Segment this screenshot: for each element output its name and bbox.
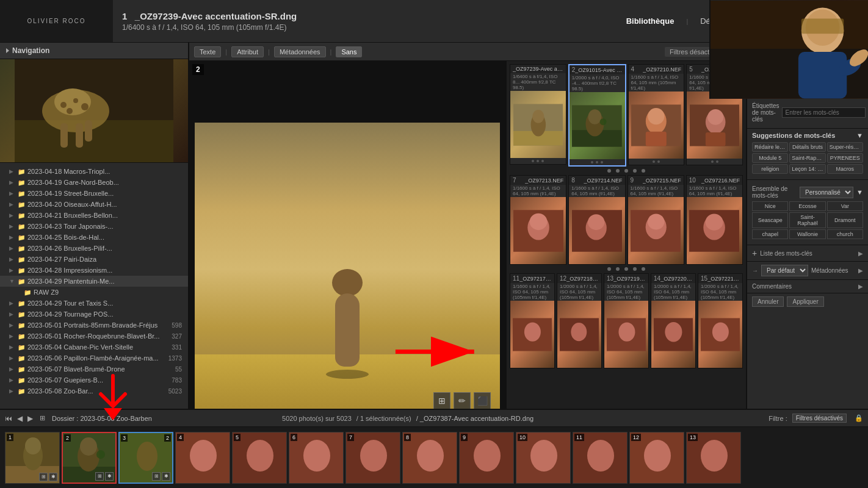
- nav-bibliotheque[interactable]: Bibliothèque: [623, 15, 678, 27]
- grid-cell[interactable]: 7 _OZ97213.NEF 1/1600 s à f / 1,4, ISO 6…: [510, 175, 566, 265]
- folder-item-15[interactable]: ▶📁2023-05-01 Rocher-Roquebrune-Blavet-Br…: [0, 331, 188, 342]
- folder-item-19[interactable]: ▶📁2023-05-07 Guepiers-B...783: [0, 375, 188, 386]
- fs-item-3[interactable]: 3 2 ⊞ ✱: [118, 432, 173, 484]
- folder-item-2[interactable]: ▶📁2023-04-19 Street-Bruxelle...: [0, 188, 188, 199]
- cancel-apply-btn[interactable]: Annuler: [752, 296, 784, 307]
- kw-tag-2[interactable]: Var: [827, 201, 863, 211]
- sug-btn-6[interactable]: religion: [752, 164, 788, 174]
- sug-btn-1[interactable]: Détails bruts: [789, 142, 825, 152]
- preview-icon-export[interactable]: ⬛: [474, 392, 491, 409]
- grid-cell[interactable]: 13 _OZ97219.NEF 1/2000 s à f / 1,4, ISO …: [604, 273, 649, 368]
- grid-icon-btn[interactable]: ⊞: [38, 414, 47, 422]
- folder-item-9[interactable]: ▶📁2023-04-28 Impressionism...: [0, 265, 188, 276]
- svg-point-77: [303, 440, 330, 472]
- fs-item-10[interactable]: 10: [516, 432, 571, 484]
- folder-item-18[interactable]: ▶📁2023-05-07 Blavet-Brumé-Drone55: [0, 364, 188, 375]
- svg-point-58: [665, 321, 682, 341]
- svg-point-14: [81, 103, 89, 110]
- folder-item-12[interactable]: ▶📁2023-04-29 Tour et Taxis S...: [0, 298, 188, 309]
- nav-collapse-icon[interactable]: [6, 48, 9, 53]
- folder-icon: 📁: [18, 388, 25, 395]
- grid-cell[interactable]: 8 _OZ97214.NEF 1/1600 s à f / 1,4, ISO 6…: [568, 175, 625, 265]
- grid-cell[interactable]: 15 _OZ97221.NEF 1/2000 s à f / 1,4, ISO …: [698, 273, 743, 368]
- fs-item-13[interactable]: 13: [686, 432, 741, 484]
- folder-item-20[interactable]: ▶📁2023-05-08 Zoo-Bar...5023: [0, 386, 188, 396]
- kw-tag-1[interactable]: Ecosse: [789, 201, 825, 211]
- grid-cell[interactable]: 4 _OZ97210.NEF 1/1600 s à f / 1,4, ISO 6…: [628, 64, 685, 165]
- fs-icons-2: ⊞ ✱: [95, 472, 114, 481]
- folder-item-7[interactable]: ▶📁2023-04-26 Bruxelles-Pilif-...: [0, 243, 188, 254]
- text-filter-btn[interactable]: Texte: [194, 46, 221, 57]
- kw-tag-4[interactable]: Saint-Raphaël: [789, 212, 825, 228]
- row-separator-dots2: [510, 267, 743, 271]
- apply-btn[interactable]: Appliquer: [787, 296, 823, 307]
- kw-tag-8[interactable]: church: [827, 229, 863, 239]
- grid-cell[interactable]: 9 _OZ97215.NEF 1/1600 s à f / 1,4, ISO 6…: [627, 175, 684, 265]
- cell-image-14: [651, 301, 695, 368]
- kw-tag-3[interactable]: Seascape: [752, 212, 788, 228]
- svg-point-56: [618, 322, 635, 341]
- fs-item-5[interactable]: 5: [232, 432, 287, 484]
- fs-item-6[interactable]: 6: [289, 432, 344, 484]
- kw-tag-6[interactable]: chapel: [752, 229, 788, 239]
- grid-cell[interactable]: _OZ97239-Avec accentuation-SR.dng 1/6400…: [510, 64, 566, 165]
- attr-filter-btn[interactable]: Attribut: [231, 46, 264, 57]
- fs-prev-page[interactable]: ⏮: [5, 414, 12, 423]
- sug-btn-3[interactable]: Module 5: [752, 153, 788, 163]
- folder-item-5[interactable]: ▶📁2023-04-23 Tour Japonais-...: [0, 221, 188, 232]
- fs-item-12[interactable]: 12: [629, 432, 684, 484]
- folder-item-11[interactable]: 📁RAW Z9: [0, 287, 188, 298]
- sort-select[interactable]: Par défaut: [761, 265, 808, 276]
- grid-cell[interactable]: 11 _OZ97217.NEF 1/1600 s à f / 1,4, ISO …: [510, 273, 555, 368]
- grid-cell[interactable]: 14 _OZ97220.NEF 1/2000 s à f / 1,4, ISO …: [651, 273, 696, 368]
- folder-item-4[interactable]: ▶📁2023-04-21 Bruxelles-Bellon...: [0, 210, 188, 221]
- fs-next[interactable]: ▶: [27, 414, 33, 423]
- sug-btn-7[interactable]: Leçon 14: Créer des e...: [789, 164, 825, 174]
- folder-item-17[interactable]: ▶📁2023-05-06 Papillon-Flambé-Araignée-ma…: [0, 353, 188, 364]
- meta-filter-btn[interactable]: Métadonnées: [274, 46, 326, 57]
- sug-btn-5[interactable]: PYRENEES: [827, 153, 863, 163]
- fs-item-11[interactable]: 11: [573, 432, 627, 484]
- folder-item-6[interactable]: ▶📁2023-04-25 Bois-de-Hal...: [0, 232, 188, 243]
- keyword-input[interactable]: [782, 107, 866, 118]
- folder-name: 2023-04-20 Oiseaux-Affut-H...: [27, 201, 182, 208]
- fs-item-7[interactable]: 7: [345, 432, 400, 484]
- folder-item-10[interactable]: ▼📁2023-04-29 Plantentuin-Me...: [0, 276, 188, 287]
- fs-item-4[interactable]: 4: [175, 432, 230, 484]
- grid-cell-selected[interactable]: 2 _OZ91015-Avec accentuation-Brut.dng 1/…: [568, 64, 626, 167]
- sans-filter-btn[interactable]: Sans: [336, 46, 362, 57]
- folder-item-1[interactable]: ▶📁2023-04-19 Gare-Nord-Beob...: [0, 177, 188, 188]
- sug-btn-0[interactable]: Rédaire le bruit: [752, 142, 788, 152]
- preview-icon-grid[interactable]: ⊞: [433, 392, 450, 409]
- kw-tag-0[interactable]: Nice: [752, 201, 788, 211]
- fs-prev[interactable]: ◀: [17, 414, 23, 423]
- svg-point-75: [247, 440, 273, 472]
- kw-tag-7[interactable]: Wallonie: [789, 229, 825, 239]
- fs-item-9[interactable]: 9: [459, 432, 514, 484]
- folder-item-14[interactable]: ▶📁2023-05-01 Portraits-85mm-Bravade-Fréj…: [0, 320, 188, 331]
- folder-item-16[interactable]: ▶📁2023-05-04 Cabane-Pic Vert-Sitelle331: [0, 342, 188, 353]
- folder-icon: 📁: [18, 377, 25, 384]
- sug-btn-8[interactable]: Macros: [827, 164, 863, 174]
- sug-btn-2[interactable]: Super-résolution: [827, 142, 863, 152]
- cell-image-child: [629, 92, 684, 159]
- preview-icon-edit[interactable]: ✏: [454, 392, 471, 409]
- folder-icon: 📁: [18, 223, 25, 230]
- sug-btn-4[interactable]: Saint-Raphaël: [789, 153, 825, 163]
- folder-item-8[interactable]: ▶📁2023-04-27 Pairi-Daiza: [0, 254, 188, 265]
- fs-item-1[interactable]: 1 ⊞ ✱: [5, 432, 60, 484]
- fs-item-2[interactable]: 2 ⊞ ✱: [62, 432, 117, 484]
- navigation-header[interactable]: Navigation: [0, 43, 188, 59]
- folder-item-13[interactable]: ▶📁2023-04-29 Tournage POS...: [0, 309, 188, 320]
- keyword-set-select[interactable]: Personnalisé: [800, 187, 853, 198]
- fs-item-8[interactable]: 8: [402, 432, 457, 484]
- grid-cell[interactable]: 12 _OZ97218.NEF 1/2000 s à f / 1,4, ISO …: [557, 273, 602, 368]
- folder-item-0[interactable]: ▶📁2023-04-18 Macros-Triopl...: [0, 166, 188, 177]
- add-icon[interactable]: +: [752, 248, 757, 258]
- grid-cell[interactable]: 10 _OZ97216.NEF 1/1600 s à f / 1,4, ISO …: [686, 175, 743, 265]
- kw-tag-5[interactable]: Dramont: [827, 212, 863, 228]
- keyword-set-section: Ensemble de mots-clés Personnalisé ▼ Nic…: [747, 180, 868, 245]
- folder-icon: 📁: [24, 289, 31, 296]
- filmstrip-path: Dossier : 2023-05-08 Zoo-Barben: [52, 415, 277, 422]
- folder-item-3[interactable]: ▶📁2023-04-20 Oiseaux-Affut-H...: [0, 199, 188, 210]
